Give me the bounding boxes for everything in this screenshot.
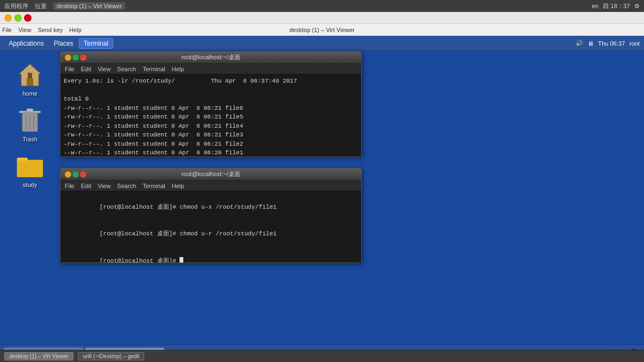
terminal-1-body: Every 1.0s: ls -lr /root/study/ Thu Apr … [60,74,361,157]
terminal-windows-area: – □ × root@localhost:~/桌面 File Edit View… [60,51,644,345]
desktop-icon-home[interactable]: home [17,62,43,97]
terminal-2-titlebar: – □ × root@localhost:~/桌面 [60,168,361,180]
virt-minimize-btn[interactable] [4,14,12,22]
term1-close-btn[interactable]: × [80,54,86,61]
host-locale: en [592,3,598,9]
study-icon-label: study [23,182,37,188]
guest-time: Thu 06:37 [598,40,625,47]
terminal-2-menubar: File Edit View Search Terminal Help [60,180,361,191]
term1-menu-help[interactable]: Help [172,66,184,72]
term2-menu-help[interactable]: Help [172,183,184,189]
term2-menu-search[interactable]: Search [117,183,136,189]
svg-rect-1 [27,78,33,86]
guest-volume-icon[interactable]: 🔊 [575,40,583,47]
terminal-1-titlebar: – □ × root@localhost:~/桌面 [60,52,361,64]
terminal-window-2: – □ × root@localhost:~/桌面 File Edit View… [60,168,362,263]
svg-rect-8 [27,109,33,112]
term1-minimize-btn[interactable]: – [65,54,71,61]
home-icon-svg [17,62,43,88]
term2-menu-edit[interactable]: Edit [81,183,91,189]
trash-icon-label: Trash [22,136,38,142]
guest-user: root [629,40,640,47]
term2-minimize-btn[interactable]: – [65,171,71,178]
terminal-cursor [179,257,183,264]
virt-menu-view[interactable]: View [18,27,32,33]
svg-rect-11 [17,160,43,177]
terminal-2-title: root@localhost:~/桌面 [181,170,240,178]
term1-menu-view[interactable]: View [98,66,111,72]
virt-menu-file[interactable]: File [2,27,12,33]
term1-menu-terminal[interactable]: Terminal [143,66,165,72]
term2-line2: [root@localhost 桌面]# chmod u-r /root/stu… [100,230,277,237]
host-topbar-right: en 四 18：37 ⚙ [592,2,640,10]
term1-menu-edit[interactable]: Edit [81,66,91,72]
guest-apps-btn[interactable]: Applications [4,39,48,48]
desktop-icon-study[interactable]: study [17,153,43,188]
host-time: 四 18：37 [603,2,630,10]
term2-line3: [root@localhost 桌面]# [100,258,179,264]
terminal-1-win-btns[interactable]: – □ × [65,54,86,61]
terminal-2-win-btns[interactable]: – □ × [65,171,86,178]
virt-close-btn[interactable] [24,14,32,22]
term1-maximize-btn[interactable]: □ [72,54,79,61]
term2-line1: [root@localhost 桌面]# chmod u-x /root/stu… [100,204,277,210]
host-topbar: 应用程序 位置 desktop (1) – Virt Viewer en 四 1… [0,0,644,12]
term2-menu-file[interactable]: File [65,183,75,189]
guest-terminal-tab[interactable]: Terminal [79,38,113,49]
term2-maximize-btn[interactable]: □ [72,171,79,178]
host-topbar-left: 应用程序 位置 desktop (1) – Virt Viewer [4,2,125,10]
guest-panel-right: 🔊 🖥 Thu 06:37 root [575,40,640,47]
host-position-label[interactable]: 位置 [35,2,47,10]
term2-menu-view[interactable]: View [98,183,111,189]
guest-places-btn[interactable]: Places [49,39,78,48]
trash-icon-svg [18,108,42,134]
virt-viewer-chrome: desktop (1) – Virt Viewer [0,12,644,24]
svg-rect-2 [28,73,32,78]
guest-network-icon: 🖥 [587,40,593,47]
host-window-tab[interactable]: desktop (1) – Virt Viewer [53,2,125,10]
term2-menu-terminal[interactable]: Terminal [143,183,165,189]
virt-viewer-title: desktop (1) – Virt Viewer [289,24,355,36]
host-settings-icon[interactable]: ⚙ [634,3,640,10]
terminal-2-body: [root@localhost 桌面]# chmod u-x /root/stu… [60,191,361,263]
desktop-icons: home Trash [0,51,60,345]
term1-menu-file[interactable]: File [65,66,75,72]
terminal-window-1: – □ × root@localhost:~/桌面 File Edit View… [60,51,362,157]
host-apps-label[interactable]: 应用程序 [4,2,28,10]
virt-menu-sendkey[interactable]: Send key [38,27,63,33]
virt-win-buttons[interactable] [4,14,32,22]
host-task-virt-viewer[interactable]: desktop (1) – Virt Viewer [4,352,73,360]
virt-menu-help[interactable]: Help [69,27,82,33]
term2-close-btn[interactable]: × [80,171,86,178]
guest-desktop: Applications Places Terminal 🔊 🖥 Thu 06:… [0,36,644,362]
desktop-content: home Trash [0,51,644,345]
guest-panel: Applications Places Terminal 🔊 🖥 Thu 06:… [0,36,644,51]
host-task-gedit[interactable]: uri6 (~/Desktop) – gedit [78,352,144,360]
term1-menu-search[interactable]: Search [117,66,136,72]
terminal-1-menubar: File Edit View Search Terminal Help [60,64,361,74]
home-icon-label: home [22,90,38,97]
terminal-1-title: root@localhost:~/桌面 [181,53,240,61]
guest-panel-left: Applications Places Terminal [4,38,113,49]
virt-maximize-btn[interactable] [14,14,22,22]
host-bottombar: desktop (1) – Virt Viewer uri6 (~/Deskto… [0,350,644,362]
desktop-icon-trash[interactable]: Trash [17,108,43,142]
folder-icon-svg [17,155,43,177]
